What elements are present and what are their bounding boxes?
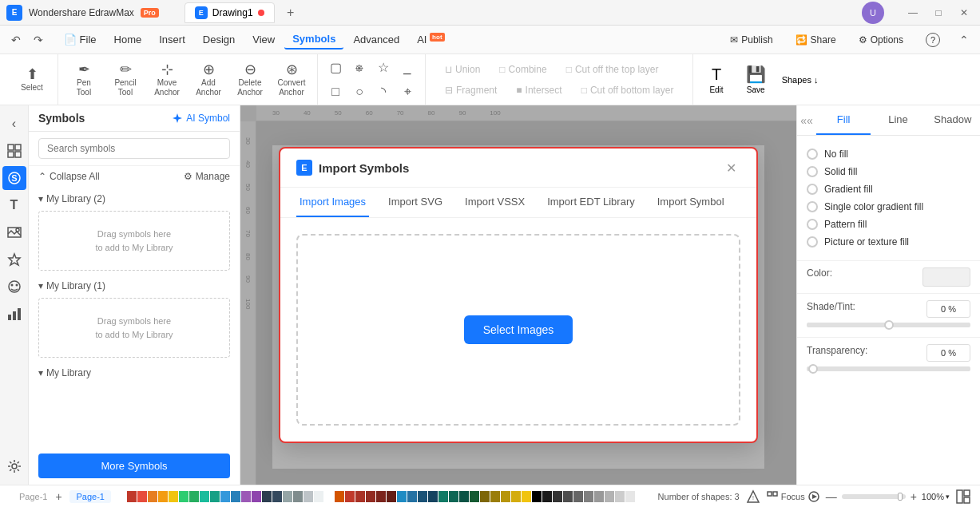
expand-panel-button[interactable]: «« bbox=[797, 106, 816, 135]
palette-color-swatch[interactable] bbox=[335, 491, 344, 502]
fill-option-pattern[interactable]: Pattern fill bbox=[807, 216, 970, 233]
palette-color-swatch[interactable] bbox=[470, 491, 479, 502]
sidebar-symbols-button[interactable]: S bbox=[2, 166, 26, 190]
palette-color-swatch[interactable] bbox=[252, 491, 261, 502]
options-button[interactable]: ⚙ Options bbox=[851, 31, 911, 49]
palette-color-swatch[interactable] bbox=[615, 491, 625, 502]
rectangle-shape-button[interactable]: ▢ bbox=[324, 57, 347, 79]
palette-color-swatch[interactable] bbox=[179, 491, 188, 502]
library-3-header[interactable]: ▾ My Library bbox=[38, 367, 230, 378]
fill-option-picture[interactable]: Picture or texture fill bbox=[807, 233, 970, 251]
palette-color-swatch[interactable] bbox=[189, 491, 199, 502]
transparency-slider[interactable] bbox=[807, 366, 970, 371]
arc-shape-button[interactable]: ◝ bbox=[372, 81, 395, 103]
tab-fill[interactable]: Fill bbox=[816, 105, 871, 135]
menu-insert[interactable]: Insert bbox=[151, 30, 193, 49]
menu-advanced[interactable]: Advanced bbox=[345, 30, 407, 49]
palette-color-swatch[interactable] bbox=[262, 491, 272, 502]
palette-color-swatch[interactable] bbox=[158, 491, 168, 502]
collapse-panel-button[interactable]: ⌃ bbox=[954, 30, 974, 50]
minimize-button[interactable]: — bbox=[903, 3, 922, 22]
palette-color-swatch[interactable] bbox=[428, 491, 438, 502]
palette-color-swatch[interactable] bbox=[293, 491, 303, 502]
palette-color-swatch[interactable] bbox=[387, 491, 396, 502]
zoom-level[interactable]: 100% ▾ bbox=[922, 492, 950, 501]
tab-shadow[interactable]: Shadow bbox=[926, 105, 980, 135]
color-swatch[interactable] bbox=[922, 267, 970, 287]
radio-no-fill[interactable] bbox=[807, 149, 818, 160]
maximize-button[interactable]: □ bbox=[929, 3, 948, 22]
palette-color-swatch[interactable] bbox=[220, 491, 230, 502]
more-symbols-button[interactable]: More Symbols bbox=[38, 454, 230, 478]
nav-back-button[interactable]: ↶ bbox=[6, 30, 26, 50]
palette-color-swatch[interactable] bbox=[480, 491, 490, 502]
menu-design[interactable]: Design bbox=[195, 30, 243, 49]
library-1-header[interactable]: ▾ My Library (2) bbox=[38, 193, 230, 204]
palette-color-swatch[interactable] bbox=[490, 491, 500, 502]
radio-pattern-fill[interactable] bbox=[807, 219, 818, 230]
palette-color-swatch[interactable] bbox=[345, 491, 355, 502]
menu-ai[interactable]: AI hot bbox=[409, 30, 452, 49]
palette-color-swatch[interactable] bbox=[449, 491, 458, 502]
intersect-button[interactable]: ■ Intersect bbox=[510, 81, 568, 99]
palette-color-swatch[interactable] bbox=[407, 491, 417, 502]
square-shape-button[interactable]: □ bbox=[324, 81, 347, 103]
fill-option-single-color[interactable]: Single color gradient fill bbox=[807, 198, 970, 216]
add-page-button[interactable]: + bbox=[50, 489, 66, 505]
fill-option-gradient[interactable]: Gradient fill bbox=[807, 180, 970, 198]
nav-forward-button[interactable]: ↷ bbox=[29, 30, 48, 50]
palette-color-swatch[interactable] bbox=[605, 491, 614, 502]
palette-color-swatch[interactable] bbox=[594, 491, 604, 502]
tab-line[interactable]: Line bbox=[871, 105, 925, 135]
tab-import-symbol[interactable]: Import Symbol bbox=[654, 188, 728, 217]
palette-color-swatch[interactable] bbox=[148, 491, 157, 502]
manage-button[interactable]: ⚙ Manage bbox=[184, 171, 230, 182]
user-avatar[interactable]: U bbox=[862, 2, 884, 24]
circle-shape-button[interactable]: ○ bbox=[348, 81, 371, 103]
palette-color-swatch[interactable] bbox=[532, 491, 542, 502]
menu-file[interactable]: 📄 File bbox=[56, 30, 105, 49]
fill-option-no-fill[interactable]: No fill bbox=[807, 145, 970, 163]
cut-top-button[interactable]: □ Cut off the top layer bbox=[560, 61, 665, 78]
select-images-button[interactable]: Select Images bbox=[464, 315, 573, 344]
pentagon-shape-button[interactable]: ⎈ bbox=[348, 57, 371, 79]
palette-color-swatch[interactable] bbox=[418, 491, 427, 502]
palette-color-swatch[interactable] bbox=[522, 491, 531, 502]
page-1-label[interactable]: Page-1 bbox=[19, 492, 47, 501]
palette-color-swatch[interactable] bbox=[304, 491, 313, 502]
publish-button[interactable]: ✉ Publish bbox=[722, 31, 780, 49]
palette-color-swatch[interactable] bbox=[376, 491, 386, 502]
edit-button[interactable]: T Edit bbox=[706, 62, 726, 97]
palette-color-swatch[interactable] bbox=[231, 491, 240, 502]
palette-color-swatch[interactable] bbox=[200, 491, 209, 502]
select-tool-button[interactable]: ⬆ Select bbox=[13, 59, 51, 101]
palette-color-swatch[interactable] bbox=[366, 491, 375, 502]
shade-slider[interactable] bbox=[807, 323, 970, 327]
pen-tool-button[interactable]: ✒ PenTool bbox=[65, 59, 103, 101]
library-2-drop-zone[interactable]: Drag symbols hereto add to My Library bbox=[38, 298, 230, 358]
collapse-all-button[interactable]: ⌃ Collapse All bbox=[38, 171, 100, 182]
combine-button[interactable]: □ Combine bbox=[493, 61, 553, 78]
palette-color-swatch[interactable] bbox=[324, 491, 334, 502]
convert-anchor-button[interactable]: ⊛ ConvertAnchor bbox=[272, 59, 311, 101]
star-shape-button[interactable]: ☆ bbox=[372, 57, 395, 79]
fill-option-solid[interactable]: Solid fill bbox=[807, 163, 970, 180]
layout-icon[interactable] bbox=[956, 489, 970, 504]
palette-color-swatch[interactable] bbox=[241, 491, 251, 502]
cut-bottom-button[interactable]: □ Cut off bottom layer bbox=[575, 81, 680, 99]
library-1-drop-zone[interactable]: Drag symbols hereto add to My Library bbox=[38, 211, 230, 271]
sidebar-templates-button[interactable] bbox=[2, 139, 26, 163]
palette-color-swatch[interactable] bbox=[355, 491, 365, 502]
palette-color-swatch[interactable] bbox=[137, 491, 147, 502]
collapse-sidebar-button[interactable]: ‹ bbox=[2, 112, 26, 136]
palette-color-swatch[interactable] bbox=[542, 491, 552, 502]
palette-color-swatch[interactable] bbox=[127, 491, 137, 502]
sidebar-icons-button[interactable] bbox=[2, 248, 26, 271]
menu-home[interactable]: Home bbox=[106, 30, 150, 49]
palette-color-swatch[interactable] bbox=[283, 491, 292, 502]
ai-symbol-button[interactable]: AI Symbol bbox=[172, 113, 230, 124]
search-input[interactable] bbox=[38, 138, 230, 159]
menu-view[interactable]: View bbox=[244, 30, 283, 49]
palette-color-swatch[interactable] bbox=[397, 491, 407, 502]
palette-color-swatch[interactable] bbox=[459, 491, 469, 502]
